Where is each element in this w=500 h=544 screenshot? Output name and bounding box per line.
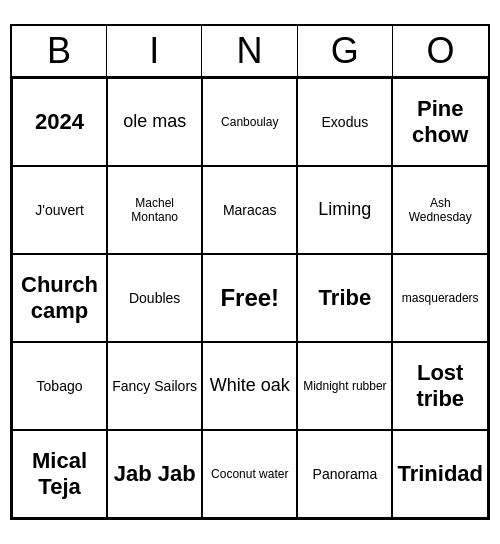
bingo-cell: Doubles — [107, 254, 202, 342]
bingo-cell: Midnight rubber — [297, 342, 392, 430]
bingo-cell: Church camp — [12, 254, 107, 342]
bingo-cell: Maracas — [202, 166, 297, 254]
header-letter: G — [298, 26, 393, 76]
header-letter: N — [202, 26, 297, 76]
bingo-cell: Coconut water — [202, 430, 297, 518]
bingo-cell: Tobago — [12, 342, 107, 430]
bingo-cell: Exodus — [297, 78, 392, 166]
bingo-cell: masqueraders — [392, 254, 488, 342]
bingo-cell: White oak — [202, 342, 297, 430]
bingo-cell: Tribe — [297, 254, 392, 342]
bingo-cell: Machel Montano — [107, 166, 202, 254]
header-letter: I — [107, 26, 202, 76]
bingo-cell: Liming — [297, 166, 392, 254]
bingo-card: BINGO 2024ole masCanboulayExodusPine cho… — [10, 24, 490, 520]
bingo-cell: J'ouvert — [12, 166, 107, 254]
bingo-cell: Trinidad — [392, 430, 488, 518]
bingo-cell: Canboulay — [202, 78, 297, 166]
bingo-header: BINGO — [12, 26, 488, 78]
bingo-grid: 2024ole masCanboulayExodusPine chowJ'ouv… — [12, 78, 488, 518]
header-letter: O — [393, 26, 488, 76]
bingo-cell: 2024 — [12, 78, 107, 166]
bingo-cell: Ash Wednesday — [392, 166, 488, 254]
bingo-cell: ole mas — [107, 78, 202, 166]
bingo-cell: Mical Teja — [12, 430, 107, 518]
bingo-cell: Lost tribe — [392, 342, 488, 430]
bingo-cell: Free! — [202, 254, 297, 342]
bingo-cell: Pine chow — [392, 78, 488, 166]
bingo-cell: Fancy Sailors — [107, 342, 202, 430]
header-letter: B — [12, 26, 107, 76]
bingo-cell: Panorama — [297, 430, 392, 518]
bingo-cell: Jab Jab — [107, 430, 202, 518]
